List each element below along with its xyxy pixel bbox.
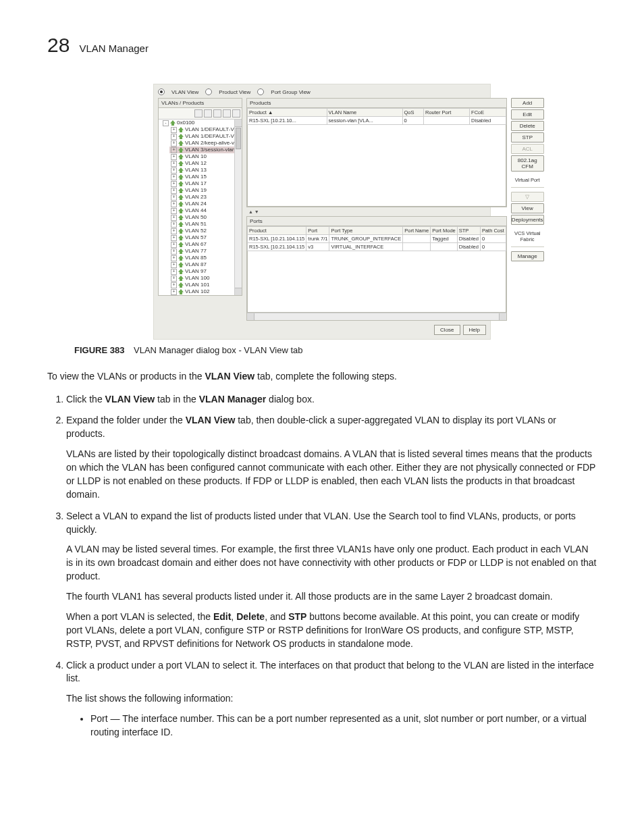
view-button[interactable]: View	[511, 203, 544, 213]
step-1: Click the VLAN View tab in the VLAN Mana…	[66, 393, 597, 407]
table-row[interactable]: R15-SXL [10.21.104.115v3VIRTUAL_INTERFAC…	[248, 243, 506, 251]
step-3-p2: The fourth VLAN1 has several products li…	[66, 590, 597, 604]
tree-item[interactable]: +VLAN 101	[169, 282, 242, 288]
tree-item[interactable]: +VLAN 85	[169, 255, 242, 261]
column-header[interactable]: STP	[457, 227, 480, 235]
column-header[interactable]: Product	[248, 227, 306, 235]
search-icon[interactable]	[204, 109, 212, 118]
manage-button[interactable]: Manage	[511, 251, 544, 261]
text: Expand the folder under the	[66, 415, 186, 425]
text: Select a VLAN to expand the list of prod…	[66, 511, 576, 535]
column-header[interactable]: Port Mode	[431, 227, 458, 235]
tree-item[interactable]: +VLAN 87	[169, 261, 242, 268]
tree-item[interactable]: +VLAN 100	[169, 275, 242, 282]
cell: Disabled	[457, 243, 480, 251]
toolbar-icon[interactable]	[194, 109, 203, 118]
column-header[interactable]: Port Name	[403, 227, 431, 235]
column-header[interactable]: Path Cost	[480, 227, 506, 235]
cell: Disabled	[457, 235, 480, 243]
radio-portgroup-view[interactable]	[257, 88, 264, 95]
cell	[423, 117, 469, 125]
tree-item[interactable]: +VLAN 52	[169, 228, 242, 234]
stp-button[interactable]: STP	[511, 132, 544, 142]
help-button[interactable]: Help	[463, 325, 486, 335]
column-header[interactable]: Port Type	[329, 227, 403, 235]
step-2-note: VLANs are listed by their topologically …	[66, 448, 597, 502]
figure-text: VLAN Manager dialog box - VLAN View tab	[134, 345, 303, 355]
tree-item[interactable]: +VLAN 3/session-vlan	[169, 147, 242, 153]
tree-item[interactable]: +VLAN 1/DEFAULT-VLAN	[169, 133, 242, 140]
panel-toggle[interactable]: ▲ ▼	[246, 209, 507, 215]
tree-item[interactable]: +VLAN 24	[169, 201, 242, 207]
column-header[interactable]: Router Port	[423, 109, 469, 117]
cell	[403, 235, 431, 243]
close-button[interactable]: Close	[434, 325, 460, 335]
column-header[interactable]: VLAN Name	[327, 109, 402, 117]
down-icon[interactable]	[232, 109, 240, 118]
radio-product-view[interactable]	[205, 88, 212, 95]
tree-item[interactable]: +VLAN 67	[169, 241, 242, 248]
steps-list: Click the VLAN View tab in the VLAN Mana…	[47, 393, 597, 739]
button-column: Add Edit Delete STP ACL 802.1ag CFM Virt…	[511, 98, 544, 261]
horizontal-scrollbar[interactable]	[247, 313, 506, 320]
step-2: Expand the folder under the VLAN View ta…	[66, 414, 597, 501]
tree-item[interactable]: +VLAN 57	[169, 234, 242, 241]
tree-item[interactable]: +VLAN 77	[169, 248, 242, 255]
radio-product-view-label: Product View	[219, 89, 250, 95]
text: When a port VLAN is selected, the	[66, 611, 213, 622]
tree-item[interactable]: +VLAN 10	[169, 153, 242, 160]
ports-panel: Ports ProductPortPort TypePort NamePort …	[246, 216, 507, 321]
tree-item[interactable]: +VLAN 102	[169, 288, 242, 295]
tree-item[interactable]: +VLAN 50	[169, 214, 242, 221]
ports-table[interactable]: ProductPortPort TypePort NamePort ModeST…	[247, 226, 506, 251]
tree-item[interactable]: +VLAN 44	[169, 207, 242, 214]
tree-item[interactable]: +VLAN 23	[169, 194, 242, 201]
tree-item[interactable]: +VLAN 97	[169, 268, 242, 275]
tree-item[interactable]: +VLAN 51	[169, 221, 242, 228]
text: dialog box.	[266, 394, 315, 405]
toolbar-icon[interactable]	[213, 109, 221, 118]
text-bold: STP	[288, 611, 306, 622]
edit-button[interactable]: Edit	[511, 109, 544, 120]
view-selector: VLAN View Product View Port Group View	[158, 88, 486, 95]
column-header[interactable]: QoS	[402, 109, 423, 117]
tree-item[interactable]: +VLAN 17	[169, 180, 242, 187]
delete-button[interactable]: Delete	[511, 121, 544, 131]
vlan-tree[interactable]: -0x0100+VLAN 1/DEFAULT-VLAN+VLAN 1/DEFAU…	[159, 120, 242, 295]
tree-item[interactable]: +VLAN 2/keep-alive-vlan	[169, 140, 242, 147]
tree-item[interactable]: +VLAN 15	[169, 174, 242, 180]
column-header[interactable]: Port	[306, 227, 329, 235]
page-header: 28 VLAN Manager	[47, 34, 597, 57]
text-bold: VLAN Manager	[199, 394, 267, 405]
ports-title: Ports	[247, 217, 506, 226]
step-3-p1: A VLAN may be listed several times. For …	[66, 543, 597, 583]
step-3-p3: When a port VLAN is selected, the Edit, …	[66, 610, 597, 651]
radio-vlan-view-label: VLAN View	[171, 89, 198, 95]
products-title: Products	[247, 99, 506, 108]
step-4-p1: The list shows the following information…	[66, 692, 597, 706]
acl-button[interactable]: ACL	[511, 144, 544, 154]
tree-item[interactable]: +VLAN 19	[169, 187, 242, 194]
text: To view the VLANs or products in the	[47, 371, 205, 382]
column-header[interactable]: FCoE	[470, 109, 506, 117]
tree-root-node[interactable]: -0x0100	[161, 120, 242, 126]
tree-toolbar	[159, 108, 242, 120]
column-header[interactable]: Product ▲	[248, 109, 327, 117]
add-button[interactable]: Add	[511, 98, 544, 108]
text: ,	[231, 611, 236, 622]
text: Click a product under a port VLAN to sel…	[66, 660, 594, 684]
products-table[interactable]: Product ▲VLAN NameQoSRouter PortFCoE R15…	[247, 108, 506, 125]
table-row[interactable]: R15-SXL [10.21.10...session-vlan [VLA...…	[248, 117, 506, 125]
cell: R15-SXL [10.21.104.115	[248, 235, 306, 243]
up-icon[interactable]	[223, 109, 231, 118]
tree-item[interactable]: +VLAN 13	[169, 167, 242, 174]
center-column: Products Product ▲VLAN NameQoSRouter Por…	[246, 98, 507, 321]
cfm-button[interactable]: 802.1ag CFM	[511, 155, 544, 172]
table-row[interactable]: R15-SXL [10.21.104.115trunk 7/1TRUNK_GRO…	[248, 235, 506, 243]
deployments-button[interactable]: Deployments	[511, 215, 544, 225]
vport-arrow-button[interactable]: ▽	[511, 192, 544, 202]
tree-item[interactable]: +VLAN 12	[169, 160, 242, 167]
radio-vlan-view[interactable]	[158, 88, 165, 95]
vertical-scrollbar[interactable]	[234, 120, 242, 295]
tree-item[interactable]: +VLAN 1/DEFAULT-VLAN	[169, 126, 242, 133]
